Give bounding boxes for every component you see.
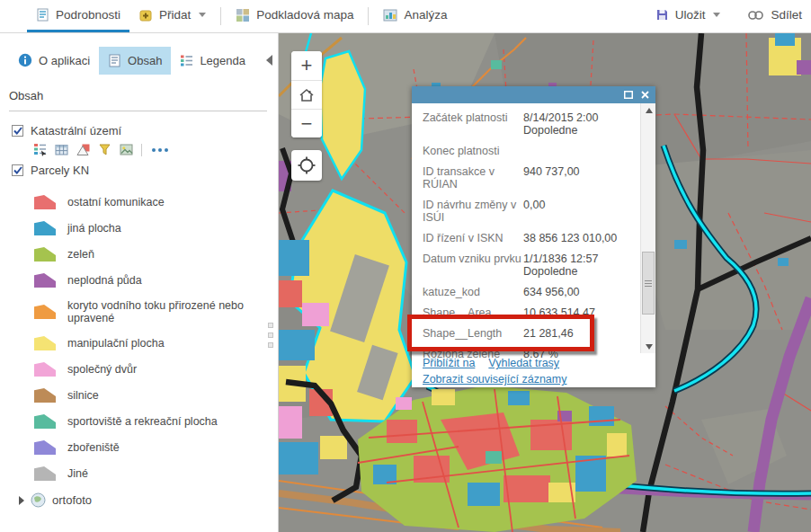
link-icon — [747, 10, 764, 21]
save-label: Uložit — [675, 8, 706, 22]
toolbar-right: Uložit Sdílet — [646, 0, 811, 32]
toolbar-separator — [220, 7, 221, 25]
tab-legenda[interactable]: Legenda — [171, 47, 254, 75]
legend-item: zeleň — [34, 247, 278, 262]
panel-resize-grip[interactable] — [268, 323, 273, 348]
legend-swatch — [34, 305, 56, 319]
legend-swatch — [34, 362, 56, 377]
layer-checkbox[interactable] — [12, 164, 23, 176]
layer-label: ortofoto — [52, 493, 92, 507]
more-options-button[interactable] — [150, 146, 170, 154]
tab-label: Podrobnosti — [56, 8, 120, 22]
field-row: Shape__Length21 281,46 — [423, 327, 628, 340]
add-icon — [138, 8, 153, 22]
field-row: Začátek platnosti8/14/2015 2:00 Dopoledn… — [423, 111, 628, 137]
field-row: ID návrhu změny v ISÚI0,00 — [423, 199, 628, 224]
home-icon — [299, 88, 315, 102]
zoom-out-button[interactable]: − — [291, 109, 322, 137]
legend-swatch — [34, 247, 56, 262]
share-button[interactable]: Sdílet — [738, 0, 811, 32]
scrollbar-thumb[interactable] — [642, 252, 655, 315]
layer-checkbox[interactable] — [12, 125, 23, 137]
map-controls: + − — [291, 51, 322, 181]
zoom-to-link[interactable]: Přiblížit na — [423, 357, 475, 369]
info-icon — [18, 53, 32, 67]
locate-button[interactable] — [291, 150, 322, 181]
popup-header[interactable] — [412, 86, 655, 103]
filter-icon[interactable] — [98, 143, 111, 156]
zoom-control: + − — [291, 51, 322, 137]
attribute-table-icon[interactable] — [55, 143, 68, 156]
tab-label: Legenda — [200, 54, 245, 67]
toolbar-separator — [368, 7, 369, 25]
zoom-in-button[interactable]: + — [291, 51, 322, 80]
locate-icon — [298, 156, 316, 174]
tab-o-aplikaci[interactable]: O aplikaci — [9, 46, 99, 75]
layer-row-parcely-kn: Parcely KN — [12, 164, 278, 177]
analysis-icon — [383, 8, 397, 22]
field-row: Shape__Area10 633 514,47 — [423, 306, 628, 319]
popup-fields: Začátek platnosti8/14/2015 2:00 Dopoledn… — [412, 103, 655, 360]
layer-tools — [33, 143, 278, 156]
legend-swatch — [34, 221, 56, 235]
legend-item: silnice — [34, 388, 278, 403]
popup-scrollbar[interactable] — [640, 103, 655, 353]
field-row: Konec platnosti — [423, 145, 628, 157]
related-records-link[interactable]: Zobrazit související záznamy — [423, 372, 566, 386]
scroll-up-icon[interactable] — [641, 103, 656, 117]
tab-podrobnosti[interactable]: Podrobnosti — [27, 0, 129, 32]
tab-analyza[interactable]: Analýza — [374, 0, 456, 32]
home-button[interactable] — [291, 80, 322, 109]
image-export-icon[interactable] — [120, 143, 133, 156]
legend-item: zbořeniště — [34, 440, 278, 455]
layer-legend-icon[interactable] — [33, 143, 47, 156]
legend-swatch — [34, 466, 56, 481]
legend-item: manipulační plocha — [34, 336, 278, 350]
legend-item: ostatní komunikace — [34, 195, 278, 209]
legend-tab-icon — [180, 54, 193, 67]
legend-item: společný dvůr — [34, 362, 278, 377]
legend-item: jiná plocha — [34, 221, 278, 235]
save-button[interactable]: Uložit — [646, 0, 730, 32]
map-canvas[interactable]: + − Začátek platnos — [279, 33, 811, 532]
top-toolbar: Podrobnosti Přidat Podkladová mapa — [0, 0, 811, 33]
legend-list: ostatní komunikace jiná plocha zeleň nep… — [34, 195, 278, 481]
popup-links: Přiblížit naVyhledat trasy Zobrazit souv… — [423, 356, 634, 386]
close-icon[interactable] — [641, 91, 649, 99]
tab-pridat[interactable]: Přidat — [129, 0, 215, 32]
directions-link[interactable]: Vyhledat trasy — [488, 357, 559, 369]
tab-label: O aplikaci — [39, 54, 90, 67]
field-row: ID řízení v ISKN38 856 123 010,00 — [423, 232, 628, 244]
tab-podkladova-mapa[interactable]: Podkladová mapa — [227, 0, 362, 32]
feature-popup: Začátek platnosti8/14/2015 2:00 Dopoledn… — [412, 86, 655, 387]
layer-row-katastralni-uzemi: Katastrální území — [12, 124, 278, 137]
layer-row-ortofoto[interactable]: ortofoto — [19, 492, 278, 508]
field-row: ID transakce v RÚIAN940 737,00 — [423, 165, 628, 191]
tab-label: Přidat — [159, 8, 191, 22]
tab-obsah[interactable]: Obsah — [99, 47, 171, 75]
legend-item: Jiné — [34, 466, 278, 481]
legend-swatch — [34, 273, 56, 288]
legend-swatch — [34, 388, 56, 403]
chevron-down-icon — [713, 13, 720, 17]
legend-swatch — [34, 440, 56, 455]
maximize-icon[interactable] — [624, 91, 633, 99]
expand-arrow-icon[interactable] — [19, 496, 24, 505]
transparency-icon[interactable] — [76, 143, 90, 156]
tools-separator — [141, 144, 142, 156]
tab-label: Obsah — [128, 54, 162, 67]
sidebar-tabs: O aplikaci Obsah Legenda — [9, 46, 272, 75]
field-row: Datum vzniku prvku1/1/1836 12:57 Dopoled… — [423, 253, 628, 278]
collapse-panel-arrow-icon[interactable] — [266, 55, 272, 66]
layer-label: Parcely KN — [31, 164, 89, 177]
legend-swatch — [34, 414, 56, 429]
legend-item: koryto vodního toku přirozené nebo uprav… — [34, 299, 278, 324]
details-icon — [36, 8, 49, 22]
content-icon — [108, 54, 121, 67]
popup-body: Začátek platnosti8/14/2015 2:00 Dopoledn… — [412, 103, 655, 387]
legend-swatch — [34, 336, 56, 350]
scroll-down-icon[interactable] — [641, 340, 656, 353]
tab-label: Analýza — [404, 8, 447, 22]
legend-item: neplodná půda — [34, 273, 278, 288]
legend-item: sportoviště a rekreační plocha — [34, 414, 278, 429]
